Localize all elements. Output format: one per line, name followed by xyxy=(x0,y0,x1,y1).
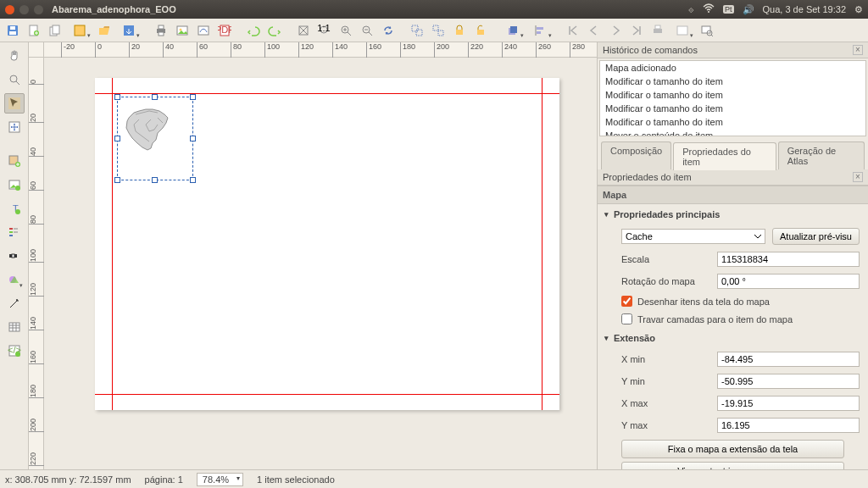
export-image-button[interactable] xyxy=(173,21,192,40)
close-icon[interactable]: × xyxy=(853,45,863,55)
wifi-icon[interactable] xyxy=(703,3,715,15)
zoom-full-button[interactable] xyxy=(294,21,313,40)
raise-button[interactable] xyxy=(500,21,526,40)
tab-composition[interactable]: Composição xyxy=(601,141,671,169)
tab-atlas[interactable]: Geração de Atlas xyxy=(778,141,865,169)
history-item[interactable]: Modificar o tamanho do item xyxy=(600,88,865,102)
resize-handle[interactable] xyxy=(152,94,158,100)
cache-select[interactable]: Cache xyxy=(621,229,765,244)
add-image-tool[interactable] xyxy=(4,175,25,195)
resize-handle[interactable] xyxy=(190,94,196,100)
redo-button[interactable] xyxy=(265,21,284,40)
collapsible-main-props[interactable]: Propriedades principais xyxy=(598,204,868,225)
atlas-export-button[interactable] xyxy=(670,21,695,40)
xmax-label: X max xyxy=(621,398,710,408)
zoom-in-button[interactable] xyxy=(337,21,355,40)
add-shape-tool[interactable] xyxy=(4,269,25,290)
add-map-tool[interactable] xyxy=(4,151,25,171)
update-preview-button[interactable]: Atualizar pré-visu xyxy=(772,228,860,245)
resize-handle[interactable] xyxy=(152,177,158,183)
ungroup-button[interactable] xyxy=(429,21,448,40)
add-table-tool[interactable] xyxy=(4,317,25,337)
resize-handle[interactable] xyxy=(190,177,196,183)
export-svg-button[interactable] xyxy=(194,21,213,40)
save-template-button[interactable] xyxy=(116,21,142,40)
scale-input[interactable] xyxy=(717,252,860,267)
nav-last-button[interactable] xyxy=(627,21,646,40)
unlock-button[interactable] xyxy=(471,21,490,40)
nav-first-button[interactable] xyxy=(564,21,582,40)
status-selection: 1 item selecionado xyxy=(257,474,335,485)
export-pdf-button[interactable]: PDF xyxy=(215,21,234,40)
horizontal-ruler: -200204060801001201401601802002202402602… xyxy=(44,42,597,58)
svg-line-22 xyxy=(348,32,351,36)
ymax-input[interactable] xyxy=(717,418,860,433)
nav-next-button[interactable] xyxy=(606,21,625,40)
xmin-input[interactable] xyxy=(717,352,860,367)
resize-handle[interactable] xyxy=(114,94,120,100)
close-icon[interactable]: × xyxy=(853,172,863,182)
collapsible-extent[interactable]: Extensão xyxy=(598,328,868,348)
window-maximize-icon[interactable] xyxy=(34,5,43,14)
history-item[interactable]: Modificar o tamanho do item xyxy=(600,115,865,129)
resize-handle[interactable] xyxy=(114,136,120,141)
group-button[interactable] xyxy=(408,21,426,40)
datetime[interactable]: Qua, 3 de Set 19:32 xyxy=(763,4,846,14)
nav-prev-button[interactable] xyxy=(585,21,604,40)
refresh-button[interactable] xyxy=(379,21,398,40)
manager-button[interactable] xyxy=(67,21,92,40)
history-item[interactable]: Mapa adicionado xyxy=(600,61,865,75)
lock-button[interactable] xyxy=(450,21,469,40)
window-close-icon[interactable] xyxy=(5,5,14,14)
window-minimize-icon[interactable] xyxy=(19,5,29,14)
dropbox-icon[interactable]: ⟐ xyxy=(688,4,694,14)
align-button[interactable] xyxy=(528,21,554,40)
add-legend-tool[interactable] xyxy=(4,222,25,242)
resize-handle[interactable] xyxy=(114,177,120,183)
atlas-settings-button[interactable] xyxy=(698,21,716,40)
add-label-tool[interactable]: T xyxy=(4,198,25,219)
history-list[interactable]: Mapa adicionadoModificar o tamanho do it… xyxy=(599,60,866,136)
svg-text:1:1: 1:1 xyxy=(318,24,331,33)
fix-extent-button[interactable]: Fixa o mapa a extensão da tela xyxy=(621,440,844,458)
add-html-tool[interactable]: </> xyxy=(4,341,25,361)
zoom-out-button[interactable] xyxy=(358,21,376,40)
undo-button[interactable] xyxy=(244,21,263,40)
props-tabs: Composição Propriedades do item Geração … xyxy=(598,138,868,169)
xmin-label: X min xyxy=(621,354,710,364)
volume-icon[interactable]: 🔊 xyxy=(743,4,754,15)
zoom-select[interactable]: 78.4% xyxy=(197,473,243,486)
atlas-print-button[interactable] xyxy=(648,21,667,40)
move-content-tool[interactable] xyxy=(4,117,25,137)
zoom-tool[interactable] xyxy=(4,69,25,90)
duplicate-button[interactable] xyxy=(46,21,64,40)
session-icon[interactable]: ⚙ xyxy=(854,4,863,15)
language-indicator[interactable]: Pt xyxy=(723,5,734,14)
margin-guide xyxy=(95,394,559,395)
add-scalebar-tool[interactable] xyxy=(4,246,25,266)
map-item[interactable] xyxy=(117,97,193,180)
zoom-actual-button[interactable]: 1:1 xyxy=(315,21,334,40)
canvas-area[interactable]: -200204060801001201401601802002202402602… xyxy=(29,42,597,469)
history-item[interactable]: Mover o conteúdo do item xyxy=(600,129,865,136)
xmax-input[interactable] xyxy=(717,396,860,411)
tab-item-properties[interactable]: Propriedades do item xyxy=(673,142,776,170)
rotation-input[interactable] xyxy=(717,274,860,289)
save-button[interactable] xyxy=(3,21,22,40)
history-item[interactable]: Modificar o tamanho do item xyxy=(600,75,865,88)
pan-tool[interactable] xyxy=(4,46,25,66)
open-button[interactable] xyxy=(95,21,114,40)
add-arrow-tool[interactable] xyxy=(4,293,25,313)
resize-handle[interactable] xyxy=(190,136,196,141)
print-button[interactable] xyxy=(152,21,170,40)
margin-guide xyxy=(542,78,542,410)
draw-canvas-checkbox[interactable] xyxy=(621,296,632,307)
history-item[interactable]: Modificar o tamanho do item xyxy=(600,102,865,115)
margin-guide xyxy=(95,93,559,94)
view-extent-button[interactable]: View extent in map canvas xyxy=(621,462,844,469)
ymin-input[interactable] xyxy=(717,374,860,389)
select-tool[interactable] xyxy=(4,93,25,114)
lock-layers-checkbox[interactable] xyxy=(621,313,632,324)
composer-page[interactable] xyxy=(95,78,559,410)
new-button[interactable] xyxy=(25,21,43,40)
